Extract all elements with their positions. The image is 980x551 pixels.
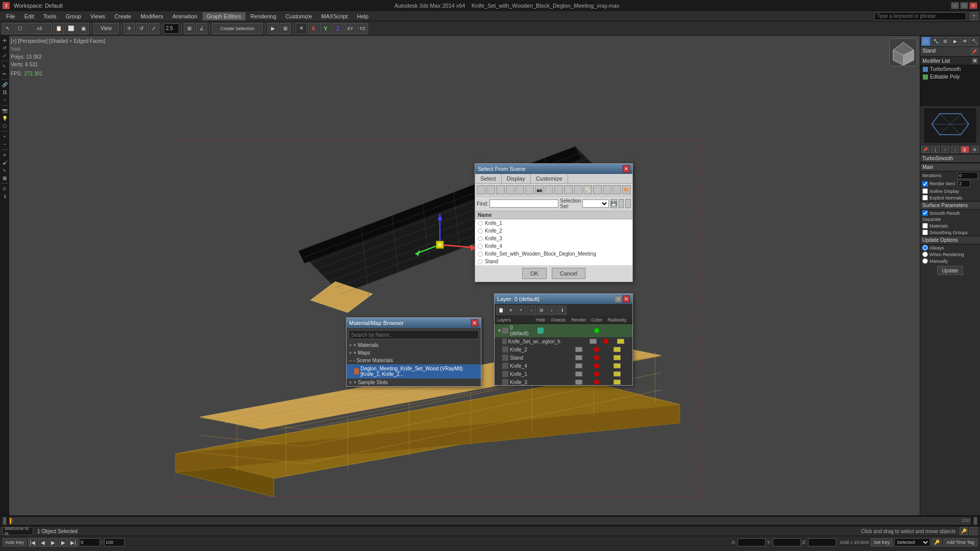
select-by-name[interactable]: 📋: [53, 23, 64, 34]
select-tool[interactable]: ↖: [2, 23, 13, 34]
info-icon[interactable]: ℹ: [1, 193, 8, 200]
turbosmooth-header[interactable]: TurboSmooth: [920, 154, 980, 163]
move-tool[interactable]: ✛: [124, 23, 135, 34]
sfs-camera-btn[interactable]: 📷: [535, 185, 544, 194]
menu-rendering[interactable]: Rendering: [247, 12, 281, 20]
update-options-header[interactable]: Update Options: [920, 236, 980, 244]
add-time-tag-btn[interactable]: Add Time Tag: [943, 538, 977, 546]
layer-dialog-close[interactable]: ✕: [623, 295, 630, 303]
display-tab[interactable]: ⬡: [921, 37, 930, 46]
mat-category-3[interactable]: + + Sample Slots: [347, 379, 481, 386]
sfs-item-2[interactable]: Knife_3: [475, 235, 632, 242]
auto-key-btn[interactable]: Auto Key: [3, 538, 27, 546]
space-warp-icon[interactable]: ~: [1, 141, 8, 148]
layer-row-4[interactable]: Knife_4: [495, 362, 632, 370]
maximize-button[interactable]: □: [960, 2, 968, 9]
view-label[interactable]: View: [93, 23, 119, 34]
nav-cube[interactable]: [889, 38, 917, 66]
surface-header[interactable]: Surface Parameters: [920, 201, 980, 210]
select-region[interactable]: ⬡: [14, 23, 26, 34]
sfs-selection-set[interactable]: [582, 199, 608, 208]
geo-icon[interactable]: ⬡: [1, 122, 8, 130]
sfs-item-3[interactable]: Knife_4: [475, 242, 632, 250]
mod-pin-btn[interactable]: 📌: [921, 146, 929, 153]
sfs-group-btn[interactable]: ▣: [564, 185, 573, 194]
layer-props-btn[interactable]: ℹ: [557, 306, 567, 315]
sfs-pntcld-btn[interactable]: ·: [603, 185, 611, 194]
sfs-item-4[interactable]: Knife_Set_with_Wooden_Block_Deglon_Meeti…: [475, 250, 632, 258]
sfs-find-input[interactable]: [489, 199, 558, 208]
layer-row-6[interactable]: Knife_3: [495, 378, 632, 385]
mat-search-input[interactable]: [349, 330, 479, 339]
menu-group[interactable]: Group: [61, 12, 85, 20]
menu-tools[interactable]: Tools: [39, 12, 61, 20]
modifier-list-btn[interactable]: ▼: [972, 58, 978, 64]
angle-snap[interactable]: ∠: [196, 23, 207, 34]
helper-icon[interactable]: +: [1, 133, 8, 140]
sfs-tab-display[interactable]: Display: [502, 174, 531, 183]
layer-remove-btn[interactable]: −: [527, 306, 536, 315]
materials-check[interactable]: [922, 223, 928, 229]
menu-modifiers[interactable]: Modifiers: [136, 12, 167, 20]
sfs-invert-btn[interactable]: ⊠: [496, 185, 505, 194]
sfs-item-5[interactable]: Stand: [475, 258, 632, 265]
hierarchy-tab[interactable]: ⊞: [941, 37, 950, 46]
menu-views[interactable]: Views: [86, 12, 109, 20]
selection-set[interactable]: Create Selection: [212, 23, 263, 34]
sfs-geo-btn[interactable]: ⬡: [506, 185, 514, 194]
scale-icon[interactable]: ⤢: [1, 52, 8, 59]
y-axis-btn[interactable]: Y: [320, 23, 331, 34]
z-axis-btn[interactable]: Z: [332, 23, 344, 34]
modify-tab[interactable]: 🔧: [931, 37, 940, 46]
iterations-input[interactable]: [958, 172, 978, 179]
brush-icon[interactable]: 🖌: [1, 159, 8, 166]
render-iters-check[interactable]: [922, 181, 928, 187]
rotate-icon[interactable]: ↺: [1, 44, 8, 52]
main-section-header[interactable]: Main: [920, 163, 980, 171]
rotate-tool[interactable]: ↺: [136, 23, 147, 34]
menu-help[interactable]: Help: [353, 12, 373, 20]
sfs-ss-btn3[interactable]: ↕: [625, 199, 631, 208]
menu-maxscript[interactable]: MAXScript: [317, 12, 352, 20]
sfs-bone-btn[interactable]: 🦴: [583, 185, 592, 194]
sfs-warp-btn[interactable]: ~: [554, 185, 563, 194]
play-anim[interactable]: ▶: [267, 23, 279, 34]
play-btn[interactable]: ▶: [48, 538, 58, 547]
menu-create[interactable]: Create: [110, 12, 135, 20]
mod-up-btn[interactable]: ↑: [941, 146, 949, 153]
smooth-groups-check[interactable]: [922, 230, 928, 235]
filter-all[interactable]: All: [27, 23, 52, 34]
layer-row-1[interactable]: Knife_Set_wi...eglon_h: [495, 337, 632, 345]
sfs-helper-btn[interactable]: +: [545, 185, 553, 194]
sfs-item-0[interactable]: Knife_1: [475, 219, 632, 227]
scale-tool[interactable]: ⤢: [148, 23, 159, 34]
display2-tab[interactable]: 👁: [960, 37, 969, 46]
when-rendering-radio[interactable]: [922, 252, 928, 257]
select-scene-close[interactable]: ✕: [623, 165, 630, 172]
xy-axis-btn[interactable]: XY: [345, 23, 356, 34]
key-filter-btn[interactable]: 🔑: [932, 538, 942, 546]
layer-add-btn[interactable]: +: [517, 306, 526, 315]
manually-radio[interactable]: [922, 258, 928, 264]
mat-scene-item-0[interactable]: Deglon_Meeting_Knife_Set_Wood (VRayMtl) …: [347, 364, 481, 379]
layer-new-btn[interactable]: 📋: [496, 306, 505, 315]
sfs-none-btn[interactable]: ○: [486, 185, 495, 194]
sfs-grid-btn[interactable]: ⊞: [593, 185, 602, 194]
rect-select[interactable]: ⬜: [65, 23, 77, 34]
bind-icon[interactable]: ○: [1, 96, 8, 104]
search-input[interactable]: [874, 12, 966, 20]
prev-key-btn[interactable]: ◀: [38, 538, 47, 547]
mod-config-btn[interactable]: ⚙: [971, 146, 979, 153]
paint-icon[interactable]: ✏: [1, 70, 8, 78]
hair-icon[interactable]: ∿: [1, 167, 8, 174]
cloth-icon[interactable]: ▦: [1, 174, 8, 182]
mod-delete-btn[interactable]: 🗑: [961, 146, 969, 153]
turbosmooth-item[interactable]: TurboSmooth: [920, 65, 980, 73]
ribbon-icon[interactable]: ≡: [1, 152, 8, 159]
smooth-result-check[interactable]: [922, 210, 928, 216]
sfs-light-btn[interactable]: ☀: [525, 185, 534, 194]
sfs-tab-select[interactable]: Select: [475, 174, 502, 183]
material-dialog-close[interactable]: ✕: [471, 319, 478, 327]
render-iters-input[interactable]: [958, 180, 970, 187]
xview-icon[interactable]: ⊙: [1, 185, 8, 192]
